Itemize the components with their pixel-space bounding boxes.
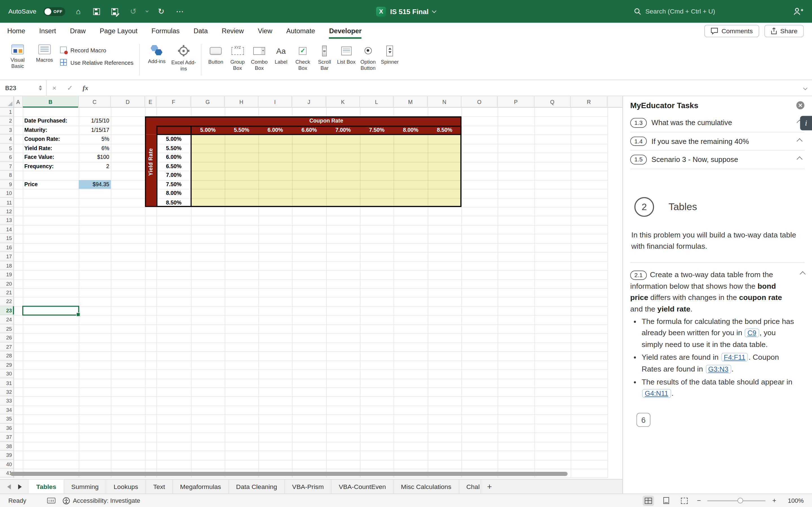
document-title-area[interactable]: X IS 515 Final bbox=[376, 6, 436, 16]
sheet-tab-clipped[interactable]: Chal bbox=[459, 480, 481, 494]
view-page-layout-button[interactable] bbox=[661, 496, 672, 506]
row-header-35[interactable]: 35 bbox=[0, 414, 14, 424]
macros-button[interactable]: Macros bbox=[31, 40, 58, 63]
row-header-34[interactable]: 34 bbox=[0, 406, 14, 414]
row-header-27[interactable]: 27 bbox=[0, 342, 14, 351]
row-header-28[interactable]: 28 bbox=[0, 351, 14, 360]
row-header-14[interactable]: 14 bbox=[0, 225, 14, 234]
zoom-slider-knob[interactable] bbox=[738, 497, 743, 503]
tab-home[interactable]: Home bbox=[7, 23, 26, 39]
horizontal-scrollbar[interactable] bbox=[10, 472, 567, 476]
tab-developer[interactable]: Developer bbox=[329, 23, 361, 39]
column-header-F[interactable]: F bbox=[156, 96, 191, 108]
sheet-tab-tables[interactable]: Tables bbox=[29, 480, 64, 494]
tab-view[interactable]: View bbox=[258, 23, 272, 39]
cell-B7[interactable]: Frequency: bbox=[23, 162, 79, 171]
select-all-corner[interactable] bbox=[0, 96, 14, 108]
list-box-control[interactable]: List Box bbox=[336, 40, 357, 65]
row-header-37[interactable]: 37 bbox=[0, 433, 14, 442]
share-button[interactable]: Share bbox=[764, 24, 804, 37]
column-header-B[interactable]: B bbox=[23, 96, 79, 108]
chevron-up-icon[interactable] bbox=[800, 271, 806, 277]
row-header-23[interactable]: 23 bbox=[0, 306, 14, 315]
column-header-I[interactable]: I bbox=[259, 96, 292, 108]
task-item-1-3[interactable]: 1.3 What was the cumulative bbox=[630, 114, 805, 132]
column-header-H[interactable]: H bbox=[225, 96, 258, 108]
row-header-9[interactable]: 9 bbox=[0, 180, 14, 189]
column-header-P[interactable]: P bbox=[498, 96, 534, 108]
name-box-stepper[interactable] bbox=[39, 84, 43, 92]
close-icon[interactable] bbox=[796, 101, 805, 109]
view-page-break-button[interactable] bbox=[679, 496, 690, 506]
excel-add-ins-button[interactable]: Excel Add-ins bbox=[170, 40, 197, 71]
row-header-25[interactable]: 25 bbox=[0, 324, 14, 333]
button-control[interactable]: Button bbox=[205, 40, 227, 65]
row-header-36[interactable]: 36 bbox=[0, 424, 14, 433]
cell-B2[interactable]: Date Purchased: bbox=[23, 117, 79, 126]
row-header-10[interactable]: 10 bbox=[0, 189, 14, 198]
range-chip[interactable]: G4:N11 bbox=[642, 389, 671, 397]
tab-insert[interactable]: Insert bbox=[39, 23, 56, 39]
search-input[interactable]: Search (Cmd + Ctrl + U) bbox=[634, 8, 715, 15]
comments-button[interactable]: Comments bbox=[704, 24, 759, 37]
task-item-1-5[interactable]: 1.5 Scenario 3 - Now, suppose bbox=[630, 151, 805, 169]
autosave-toggle[interactable]: OFF bbox=[44, 7, 65, 16]
range-chip[interactable]: G3:N3 bbox=[706, 364, 731, 373]
more-icon[interactable]: ⋯ bbox=[174, 5, 186, 17]
cell-B5[interactable]: Yield Rate: bbox=[23, 144, 79, 153]
add-sheet-button[interactable]: + bbox=[481, 480, 498, 494]
save-icon[interactable] bbox=[93, 8, 100, 15]
zoom-slider[interactable] bbox=[708, 500, 766, 501]
sheet-scroll-right-icon[interactable] bbox=[18, 484, 22, 489]
row-header-4[interactable]: 4 bbox=[0, 135, 14, 144]
share-people-icon[interactable] bbox=[793, 7, 804, 15]
tab-page-layout[interactable]: Page Layout bbox=[100, 23, 138, 39]
sheet-tab-lookups[interactable]: Lookups bbox=[106, 480, 146, 494]
cell-B4[interactable]: Coupon Rate: bbox=[23, 135, 79, 144]
sheet-tab-vba-counteven[interactable]: VBA-CountEven bbox=[332, 480, 394, 494]
row-header-6[interactable]: 6 bbox=[0, 153, 14, 162]
range-chip[interactable]: C9 bbox=[745, 328, 759, 337]
zoom-in-button[interactable]: + bbox=[772, 497, 776, 504]
range-chip[interactable]: F4:F11 bbox=[721, 353, 748, 361]
cell-C3[interactable]: 1/15/17 bbox=[79, 126, 111, 135]
group-box-control[interactable]: Group Box bbox=[227, 40, 248, 71]
cell-B3[interactable]: Maturity: bbox=[23, 126, 79, 135]
task-2-1[interactable]: 2.1Create a two-way data table from the … bbox=[630, 269, 805, 399]
enter-icon[interactable]: ✓ bbox=[62, 84, 78, 92]
row-header-29[interactable]: 29 bbox=[0, 360, 14, 369]
row-header-39[interactable]: 39 bbox=[0, 451, 14, 460]
row-header-11[interactable]: 11 bbox=[0, 198, 14, 207]
accessibility-status[interactable]: Accessibility: Investigate bbox=[63, 497, 140, 504]
column-header-M[interactable]: M bbox=[394, 96, 428, 108]
row-header-18[interactable]: 18 bbox=[0, 261, 14, 270]
visual-basic-button[interactable]: Visual Basic bbox=[4, 40, 31, 69]
column-header-L[interactable]: L bbox=[360, 96, 394, 108]
row-header-12[interactable]: 12 bbox=[0, 207, 14, 216]
undo-icon[interactable]: ↺ bbox=[128, 5, 139, 17]
row-header-1[interactable]: 1 bbox=[0, 108, 14, 117]
sheet-tab-text[interactable]: Text bbox=[146, 480, 172, 494]
column-header-N[interactable]: N bbox=[428, 96, 461, 108]
sheet-scroll-left-icon[interactable] bbox=[7, 484, 11, 489]
info-icon[interactable]: i bbox=[800, 116, 812, 130]
cell-C7[interactable]: 2 bbox=[79, 162, 111, 171]
cell-C2[interactable]: 1/15/10 bbox=[79, 117, 111, 126]
home-icon[interactable]: ⌂ bbox=[73, 5, 84, 17]
column-header-O[interactable]: O bbox=[462, 96, 498, 108]
sheet-tab-summing[interactable]: Summing bbox=[64, 480, 106, 494]
row-header-15[interactable]: 15 bbox=[0, 234, 14, 243]
cell-C4[interactable]: 5% bbox=[79, 135, 111, 144]
record-macro-button[interactable]: Record Macro bbox=[60, 47, 133, 53]
label-control[interactable]: Aa Label bbox=[270, 40, 292, 65]
row-header-22[interactable]: 22 bbox=[0, 297, 14, 306]
row-header-21[interactable]: 21 bbox=[0, 288, 14, 297]
row-header-16[interactable]: 16 bbox=[0, 243, 14, 252]
add-ins-button[interactable]: Add-ins bbox=[143, 40, 170, 64]
column-header-D[interactable]: D bbox=[111, 96, 145, 108]
redo-icon[interactable]: ↻ bbox=[155, 5, 167, 17]
column-header-K[interactable]: K bbox=[326, 96, 360, 108]
cell-C5[interactable]: 6% bbox=[79, 144, 111, 153]
column-header-G[interactable]: G bbox=[191, 96, 225, 108]
sheet-tab-misc-calculations[interactable]: Misc Calculations bbox=[394, 480, 459, 494]
